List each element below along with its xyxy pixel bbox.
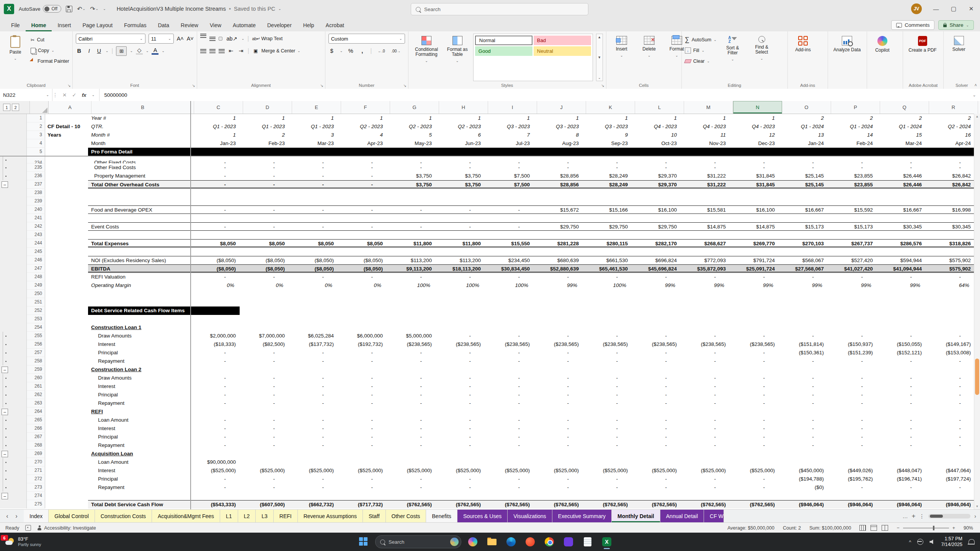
cell[interactable]: ($762,565) bbox=[632, 500, 681, 509]
cell[interactable]: Jan-24 bbox=[779, 139, 828, 148]
copilot-taskbar-icon[interactable] bbox=[465, 534, 480, 549]
cell[interactable] bbox=[828, 197, 877, 205]
cell[interactable] bbox=[45, 315, 88, 323]
row-header-254[interactable]: 254 bbox=[27, 323, 45, 332]
row-header-237[interactable]: 237 bbox=[27, 180, 45, 189]
select-all-corner[interactable] bbox=[30, 101, 49, 114]
cell[interactable]: - bbox=[534, 374, 583, 382]
minimize-button[interactable]: — bbox=[927, 0, 945, 18]
cell[interactable]: 1 bbox=[240, 114, 289, 122]
cell[interactable]: $8,050 bbox=[240, 239, 289, 248]
cell[interactable]: NOI (Excludes Residency Sales) bbox=[88, 256, 191, 264]
cell[interactable]: $270,103 bbox=[779, 239, 828, 248]
cell[interactable]: $15,166 bbox=[583, 205, 632, 214]
cell[interactable] bbox=[730, 323, 779, 332]
cell[interactable] bbox=[289, 298, 338, 306]
cell[interactable]: - bbox=[632, 374, 681, 382]
cell[interactable]: $3,750 bbox=[387, 172, 436, 180]
font-name-select[interactable]: Calibri⌄ bbox=[76, 34, 145, 44]
cell[interactable]: - bbox=[681, 382, 730, 391]
cell[interactable] bbox=[45, 306, 88, 315]
row-header-238[interactable]: 238 bbox=[27, 189, 45, 197]
cell[interactable]: - bbox=[877, 441, 926, 450]
cell[interactable]: Q2 - 2023 bbox=[387, 122, 436, 131]
cell[interactable] bbox=[338, 248, 387, 256]
cell[interactable]: - bbox=[632, 483, 681, 492]
cell[interactable]: - bbox=[779, 357, 828, 365]
cell[interactable]: - bbox=[534, 382, 583, 391]
cell[interactable]: $65,461,530 bbox=[583, 264, 632, 273]
cell[interactable]: - bbox=[289, 357, 338, 365]
cell[interactable]: - bbox=[289, 349, 338, 357]
cell[interactable]: $16,667 bbox=[779, 205, 828, 214]
row-header-248[interactable]: 248 bbox=[27, 273, 45, 281]
cell[interactable] bbox=[583, 290, 632, 298]
cell[interactable]: - bbox=[289, 156, 338, 163]
cell[interactable] bbox=[45, 248, 88, 256]
cell[interactable] bbox=[88, 298, 191, 306]
cell[interactable] bbox=[877, 248, 926, 256]
cell[interactable] bbox=[88, 492, 191, 500]
column-header-Q[interactable]: Q bbox=[880, 101, 929, 114]
cell[interactable]: ($238,565) bbox=[583, 340, 632, 349]
row-header-234[interactable]: 234 bbox=[27, 156, 45, 163]
row-header-266[interactable]: 266 bbox=[27, 424, 45, 433]
cell[interactable]: ($82,500) bbox=[240, 340, 289, 349]
cell[interactable] bbox=[436, 365, 485, 374]
cell[interactable]: - bbox=[387, 205, 436, 214]
cell[interactable] bbox=[828, 248, 877, 256]
cell[interactable]: ($525,000) bbox=[632, 466, 681, 475]
cell[interactable]: Feb-24 bbox=[828, 139, 877, 148]
cell[interactable]: Q4 - 2023 bbox=[730, 122, 779, 131]
cell[interactable]: - bbox=[534, 332, 583, 340]
network-icon[interactable] bbox=[917, 539, 923, 545]
collapse-group-button[interactable]: – bbox=[2, 493, 8, 499]
cell[interactable]: Total Expenses bbox=[88, 239, 191, 248]
cell[interactable] bbox=[779, 231, 828, 239]
cell[interactable]: - bbox=[730, 424, 779, 433]
cell[interactable]: - bbox=[191, 180, 240, 189]
cell[interactable] bbox=[730, 214, 779, 222]
cell[interactable]: $16,998 bbox=[926, 205, 975, 214]
ribbon-tab-acrobat[interactable]: Acrobat bbox=[320, 20, 350, 31]
cell[interactable] bbox=[485, 197, 534, 205]
cell[interactable]: - bbox=[730, 441, 779, 450]
borders-button[interactable]: ⊞ bbox=[116, 46, 127, 56]
row-header-245[interactable]: 245 bbox=[27, 248, 45, 256]
cell[interactable]: - bbox=[485, 374, 534, 382]
row-header-243[interactable]: 243 bbox=[27, 231, 45, 239]
cell[interactable]: 99% bbox=[534, 281, 583, 290]
cell[interactable]: $9,113,200 bbox=[387, 264, 436, 273]
cell[interactable]: Q1 - 2023 bbox=[289, 122, 338, 131]
cell[interactable]: Year # bbox=[88, 114, 191, 122]
cell[interactable] bbox=[534, 214, 583, 222]
cell[interactable]: - bbox=[779, 374, 828, 382]
cell[interactable]: - bbox=[387, 433, 436, 441]
cell[interactable] bbox=[436, 450, 485, 458]
cell[interactable]: - bbox=[779, 382, 828, 391]
cell[interactable]: - bbox=[779, 433, 828, 441]
cell[interactable]: - bbox=[632, 391, 681, 399]
cell[interactable]: $7,500 bbox=[485, 180, 534, 189]
cell[interactable] bbox=[632, 408, 681, 416]
sheet-tab-revenue-assumptions[interactable]: Revenue Assumptions bbox=[298, 510, 363, 523]
cell[interactable]: - bbox=[534, 391, 583, 399]
cell[interactable] bbox=[632, 323, 681, 332]
cell[interactable]: - bbox=[240, 156, 289, 163]
cell[interactable]: - bbox=[289, 172, 338, 180]
cell[interactable] bbox=[730, 248, 779, 256]
row-header-236[interactable]: 236 bbox=[27, 172, 45, 180]
cell[interactable]: Years bbox=[45, 131, 88, 139]
cell[interactable]: $791,724 bbox=[730, 256, 779, 264]
cell[interactable]: Q3 - 2023 bbox=[583, 122, 632, 131]
cell[interactable]: $29,750 bbox=[583, 222, 632, 231]
cell[interactable]: - bbox=[338, 391, 387, 399]
cell[interactable] bbox=[681, 315, 730, 323]
sheet-tab-annual-detail[interactable]: Annual Detail bbox=[660, 510, 704, 523]
cell[interactable] bbox=[828, 323, 877, 332]
cell[interactable] bbox=[730, 492, 779, 500]
cell[interactable]: $52,880,639 bbox=[534, 264, 583, 273]
cell[interactable]: Acquisition Loan bbox=[88, 450, 191, 458]
cell[interactable]: $45,696,824 bbox=[632, 264, 681, 273]
cell[interactable]: $15,550 bbox=[485, 239, 534, 248]
